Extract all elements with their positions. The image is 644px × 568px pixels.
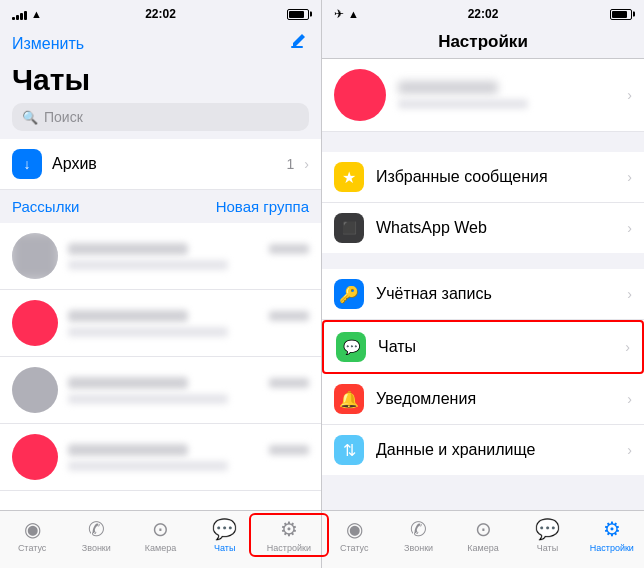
right-chats-icon: 💬 — [535, 517, 560, 541]
right-calls-icon: ✆ — [410, 517, 427, 541]
chats-settings-chevron: › — [625, 339, 630, 355]
starred-chevron: › — [627, 169, 632, 185]
settings-section-1: ★ Избранные сообщения › ⬛ WhatsApp Web › — [322, 152, 644, 253]
data-storage-label: Данные и хранилище — [376, 441, 615, 459]
new-group-button[interactable]: Новая группа — [216, 198, 309, 215]
right-panel: ✈ ▲ 22:02 Настройки › — [322, 0, 644, 568]
camera-icon: ⊙ — [152, 517, 169, 541]
chat-time — [269, 244, 309, 254]
chat-info — [68, 444, 309, 471]
data-storage-row[interactable]: ⇅ Данные и хранилище › — [322, 425, 644, 475]
list-item[interactable] — [0, 424, 321, 491]
chat-list — [0, 223, 321, 510]
list-item[interactable] — [0, 223, 321, 290]
list-item[interactable] — [0, 357, 321, 424]
tab-settings-right[interactable]: ⚙ Настройки — [580, 517, 644, 553]
chat-time — [269, 445, 309, 455]
search-placeholder: Поиск — [44, 109, 83, 125]
chat-preview — [68, 461, 228, 471]
broadcast-button[interactable]: Рассылки — [12, 198, 79, 215]
notifications-icon: 🔔 — [334, 384, 364, 414]
left-panel: ▲ 22:02 Изменить Чаты 🔍 Поиск — [0, 0, 322, 568]
tab-status-right[interactable]: ◉ Статус — [322, 517, 386, 553]
tab-chats-label-right: Чаты — [537, 543, 558, 553]
tab-settings-label-right: Настройки — [590, 543, 634, 553]
compose-button[interactable] — [289, 32, 309, 55]
chat-info — [68, 310, 309, 337]
list-item[interactable] — [0, 290, 321, 357]
profile-info — [398, 81, 615, 109]
account-row[interactable]: 🔑 Учётная запись › — [322, 269, 644, 320]
archive-row[interactable]: ↓ Архив 1 › — [0, 139, 321, 190]
tab-status-label-right: Статус — [340, 543, 368, 553]
archive-icon-symbol: ↓ — [24, 156, 31, 172]
right-battery-icon — [610, 9, 632, 20]
chat-time — [269, 378, 309, 388]
starred-messages-row[interactable]: ★ Избранные сообщения › — [322, 152, 644, 203]
tab-status-label-left: Статус — [18, 543, 46, 553]
tab-chats-right[interactable]: 💬 Чаты — [515, 517, 579, 553]
chat-time — [269, 311, 309, 321]
chats-icon: 💬 — [212, 517, 237, 541]
chats-row[interactable]: 💬 Чаты › — [322, 320, 644, 374]
edit-button[interactable]: Изменить — [12, 35, 84, 53]
archive-icon: ↓ — [12, 149, 42, 179]
profile-status — [398, 99, 528, 109]
chat-info — [68, 377, 309, 404]
chat-preview — [68, 394, 228, 404]
left-time: 22:02 — [145, 7, 176, 21]
right-time: 22:02 — [468, 7, 499, 21]
tab-calls-right[interactable]: ✆ Звонки — [386, 517, 450, 553]
right-wifi-icon: ▲ — [348, 8, 359, 20]
tab-camera-label-left: Камера — [145, 543, 176, 553]
account-chevron: › — [627, 286, 632, 302]
page-title-left: Чаты — [0, 61, 321, 103]
tab-chats-label-left: Чаты — [214, 543, 235, 553]
account-icon: 🔑 — [334, 279, 364, 309]
tab-calls-left[interactable]: ✆ Звонки — [64, 517, 128, 553]
right-camera-icon: ⊙ — [475, 517, 492, 541]
archive-chevron-icon: › — [304, 156, 309, 172]
profile-name — [398, 81, 498, 94]
svg-rect-0 — [291, 46, 303, 48]
whatsapp-web-row[interactable]: ⬛ WhatsApp Web › — [322, 203, 644, 253]
right-signal-area: ✈ ▲ — [334, 7, 359, 21]
chat-name — [68, 444, 188, 456]
web-chevron: › — [627, 220, 632, 236]
chat-info — [68, 243, 309, 270]
tab-camera-left[interactable]: ⊙ Камера — [128, 517, 192, 553]
compose-icon — [289, 32, 309, 52]
chat-name — [68, 377, 188, 389]
data-storage-icon: ⇅ — [334, 435, 364, 465]
starred-label: Избранные сообщения — [376, 168, 615, 186]
web-label: WhatsApp Web — [376, 219, 615, 237]
tab-status-left[interactable]: ◉ Статус — [0, 517, 64, 553]
profile-row[interactable]: › — [322, 59, 644, 132]
profile-avatar — [334, 69, 386, 121]
profile-chevron-icon: › — [627, 87, 632, 103]
tab-chats-left[interactable]: 💬 Чаты — [193, 517, 257, 553]
notifications-row[interactable]: 🔔 Уведомления › — [322, 374, 644, 425]
chats-settings-icon: 💬 — [336, 332, 366, 362]
chat-name — [68, 310, 188, 322]
right-battery-area — [608, 9, 632, 20]
settings-section-2: 🔑 Учётная запись › 💬 Чаты › 🔔 Ув — [322, 269, 644, 475]
tab-camera-right[interactable]: ⊙ Камера — [451, 517, 515, 553]
signal-area: ▲ — [12, 8, 42, 20]
avatar — [12, 367, 58, 413]
search-bar[interactable]: 🔍 Поиск — [12, 103, 309, 131]
battery-icon — [287, 9, 309, 20]
notifications-chevron: › — [627, 391, 632, 407]
right-status-icons — [285, 9, 309, 20]
chat-preview — [68, 327, 228, 337]
signal-bars-icon — [12, 9, 27, 20]
left-tab-bar: ◉ Статус ✆ Звонки ⊙ Камера 💬 Чаты ⚙ Наст… — [0, 510, 321, 568]
data-storage-chevron: › — [627, 442, 632, 458]
settings-title: Настройки — [438, 32, 528, 51]
right-settings-icon: ⚙ — [603, 517, 621, 541]
right-status-icon: ◉ — [346, 517, 363, 541]
chats-settings-label: Чаты — [378, 338, 613, 356]
settings-icon: ⚙ — [280, 517, 298, 541]
broadcast-row: Рассылки Новая группа — [0, 190, 321, 223]
tab-settings-left[interactable]: ⚙ Настройки — [257, 517, 321, 553]
